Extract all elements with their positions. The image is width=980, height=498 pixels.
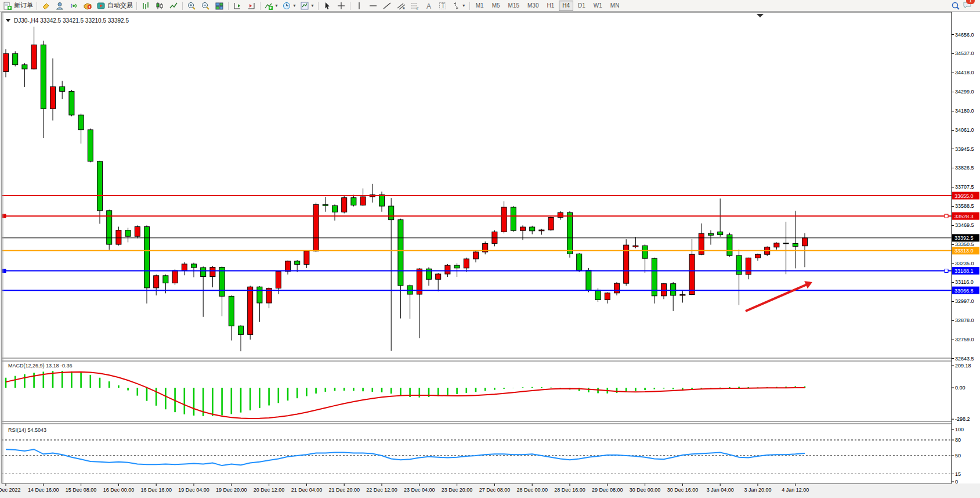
toolbar-separator	[469, 2, 470, 10]
candle	[332, 205, 338, 212]
candle	[689, 254, 695, 294]
equidistant-channel-button[interactable]: E	[394, 0, 408, 12]
svg-text:32997.0: 32997.0	[955, 298, 974, 304]
candle	[88, 130, 93, 161]
toolbar-button-label: 新订单	[14, 1, 33, 10]
candle	[548, 217, 554, 230]
hline-33528.3-right-handle[interactable]	[945, 214, 948, 218]
candle	[755, 254, 761, 258]
timeframe-button-h4[interactable]: H4	[559, 1, 573, 11]
shapes-icon	[451, 1, 461, 10]
line-chart-button[interactable]	[167, 0, 180, 12]
cursor-button[interactable]	[320, 0, 334, 12]
candle	[464, 259, 469, 268]
autoscroll-icon	[233, 1, 242, 10]
candle	[144, 227, 150, 288]
svg-text:15: 15	[955, 471, 961, 477]
zoom-out-button[interactable]	[198, 0, 212, 12]
candle	[351, 198, 356, 205]
svg-text:30 Dec 00:00: 30 Dec 00:00	[630, 487, 661, 493]
svg-text:29 Dec 08:00: 29 Dec 08:00	[592, 487, 623, 493]
chart-window[interactable]: MACD(12,26,9) 13.18 -0.36RSI(14) 54.5043…	[0, 0, 980, 498]
chevron-down-icon: ▼	[274, 3, 279, 8]
template-icon	[300, 1, 309, 10]
auto-scroll-button[interactable]	[230, 0, 244, 12]
candle	[323, 204, 328, 205]
svg-text:34180.0: 34180.0	[955, 108, 974, 114]
market-button[interactable]	[81, 0, 95, 12]
time-axis: 14 Dec 202214 Dec 16:0015 Dec 08:0016 De…	[0, 483, 809, 493]
bar-chart-button[interactable]	[139, 0, 153, 12]
chart-shift-button[interactable]	[244, 0, 258, 12]
chat-button[interactable]: 1	[963, 0, 972, 12]
chevron-down-icon: ▼	[462, 3, 466, 8]
toolbar-button-label: 自动交易	[107, 1, 133, 10]
svg-text:-298.2: -298.2	[955, 416, 970, 422]
candle	[746, 258, 751, 275]
svg-text:0.00: 0.00	[955, 385, 965, 391]
zoom-in-button[interactable]	[185, 0, 198, 12]
toolbar-separator	[228, 2, 229, 10]
candle	[633, 246, 638, 247]
hline-33188.1-right-handle[interactable]	[945, 269, 948, 273]
indicators-button[interactable]: ▼	[262, 0, 280, 12]
candle	[680, 295, 685, 295]
svg-text:34299.0: 34299.0	[955, 89, 974, 95]
timeframe-button-mn[interactable]: MN	[607, 1, 623, 11]
svg-text:23 Dec 04:00: 23 Dec 04:00	[404, 487, 435, 493]
crosshair-button[interactable]	[334, 0, 348, 12]
label-button[interactable]: T	[436, 0, 450, 12]
horizontal-line-button[interactable]	[366, 0, 380, 12]
candle	[398, 220, 403, 286]
tile-windows-button[interactable]	[212, 0, 226, 12]
svg-text:34061.0: 34061.0	[955, 127, 974, 133]
zoomout-icon	[201, 1, 210, 10]
candle	[436, 274, 441, 279]
toolbar-separator	[136, 2, 137, 10]
candle	[31, 45, 37, 69]
svg-text:21 Dec 04:00: 21 Dec 04:00	[291, 487, 323, 493]
svg-text:33392.5: 33392.5	[954, 235, 974, 241]
timeframe-button-m5[interactable]: M5	[489, 1, 504, 11]
templates-button[interactable]: ▼	[298, 0, 316, 12]
signals-button[interactable]	[67, 0, 81, 12]
vertical-line-button[interactable]	[352, 0, 366, 12]
search-icon	[951, 1, 960, 10]
candle	[802, 238, 808, 246]
candlestick-chart-button[interactable]	[153, 0, 167, 12]
svg-text:A: A	[426, 2, 431, 10]
fibonacci-button[interactable]: F	[408, 0, 422, 12]
eraser-button[interactable]	[39, 0, 53, 12]
candle	[182, 264, 187, 270]
autotrade-button[interactable]: 自动交易	[95, 0, 135, 12]
timeframe-button-m1[interactable]: M1	[472, 1, 487, 11]
candle	[13, 53, 18, 64]
timeframe-button-m30[interactable]: M30	[524, 1, 542, 11]
timeframe-button-m15[interactable]: M15	[505, 1, 523, 11]
text-button[interactable]: A	[422, 0, 436, 12]
svg-text:34537.0: 34537.0	[955, 50, 974, 56]
chevron-down-icon: ▼	[292, 3, 296, 8]
candle	[238, 326, 244, 335]
search-button[interactable]	[949, 0, 963, 12]
timeframe-button-d1[interactable]: D1	[574, 1, 589, 11]
svg-text:32759.0: 32759.0	[955, 337, 974, 342]
periods-button[interactable]: ▼	[280, 0, 298, 12]
cursor-icon	[323, 1, 332, 10]
candle	[248, 287, 253, 334]
svg-text:33350.5: 33350.5	[955, 241, 974, 247]
candle	[511, 207, 516, 230]
eraser-icon	[41, 1, 50, 10]
svg-text:209.18: 209.18	[955, 363, 971, 369]
profiles-button[interactable]	[53, 0, 67, 12]
trendline-button[interactable]	[380, 0, 394, 12]
hline-icon	[368, 1, 378, 10]
candle	[342, 198, 347, 212]
timeframe-button-w1[interactable]: W1	[590, 1, 606, 11]
line-icon	[169, 1, 178, 10]
labelT-icon: T	[438, 1, 447, 10]
arrows-button[interactable]: ▼	[450, 0, 468, 12]
timeframe-button-h1[interactable]: H1	[543, 1, 558, 11]
candle	[191, 264, 197, 268]
new-order-button[interactable]: 新订单	[1, 0, 35, 12]
